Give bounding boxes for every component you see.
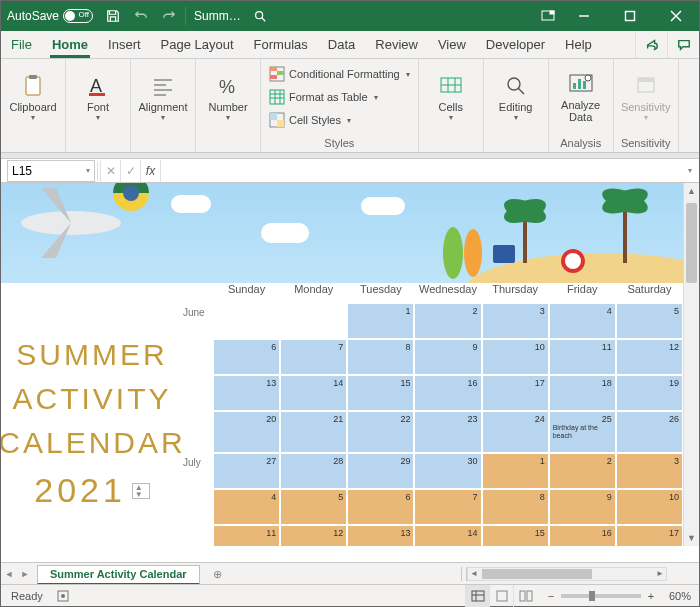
calendar-cell[interactable]: 14: [414, 525, 481, 546]
calendar-cell[interactable]: 5: [616, 303, 683, 339]
tab-review[interactable]: Review: [365, 31, 428, 58]
calendar-cell[interactable]: 6: [213, 339, 280, 375]
tab-data[interactable]: Data: [318, 31, 365, 58]
page-layout-view-button[interactable]: [489, 585, 513, 607]
macro-record-button[interactable]: [53, 589, 73, 603]
calendar-cell[interactable]: 30: [414, 453, 481, 489]
horizontal-scrollbar[interactable]: ◄►: [467, 567, 667, 581]
zoom-control[interactable]: − + 60%: [537, 590, 699, 602]
calendar-cell[interactable]: 9: [414, 339, 481, 375]
cells-button[interactable]: Cells ▾: [423, 61, 479, 133]
calendar-cell[interactable]: 7: [280, 339, 347, 375]
scrollbar-thumb[interactable]: [686, 203, 697, 283]
tab-file[interactable]: File: [1, 31, 42, 58]
redo-button[interactable]: [155, 1, 183, 31]
calendar-cell[interactable]: 10: [482, 339, 549, 375]
maximize-button[interactable]: [607, 1, 653, 31]
calendar-cell[interactable]: 6: [347, 489, 414, 525]
calendar-cell[interactable]: 8: [482, 489, 549, 525]
calendar-cell[interactable]: 21: [280, 411, 347, 453]
zoom-out-button[interactable]: −: [545, 590, 557, 602]
save-button[interactable]: [99, 1, 127, 31]
cancel-formula-button[interactable]: ✕: [100, 160, 120, 182]
sheet-nav-prev[interactable]: ◄: [1, 563, 17, 585]
calendar-cell[interactable]: 4: [213, 489, 280, 525]
calendar-cell[interactable]: 7: [414, 489, 481, 525]
calendar-cell[interactable]: 26: [616, 411, 683, 453]
calendar-cell[interactable]: 20: [213, 411, 280, 453]
calendar-cell[interactable]: 28: [280, 453, 347, 489]
calendar-cell[interactable]: 15: [347, 375, 414, 411]
share-button[interactable]: [635, 31, 667, 58]
calendar-cell[interactable]: 5: [280, 489, 347, 525]
calendar-cell[interactable]: 27: [213, 453, 280, 489]
formula-input[interactable]: [160, 160, 681, 182]
year-spinner[interactable]: 2021 ▲▼: [34, 471, 150, 510]
alignment-button[interactable]: Alignment ▾: [135, 61, 191, 133]
zoom-level[interactable]: 60%: [661, 590, 691, 602]
calendar-cell[interactable]: [213, 303, 280, 339]
calendar-cell[interactable]: 4: [549, 303, 616, 339]
clipboard-button[interactable]: Clipboard ▾: [5, 61, 61, 133]
calendar-cell[interactable]: 29: [347, 453, 414, 489]
tab-home[interactable]: Home: [42, 31, 98, 58]
calendar-cell[interactable]: 15: [482, 525, 549, 546]
new-sheet-button[interactable]: ⊕: [206, 565, 230, 585]
calendar-cell[interactable]: 3: [482, 303, 549, 339]
zoom-in-button[interactable]: +: [645, 590, 657, 602]
calendar-cell[interactable]: 17: [482, 375, 549, 411]
calendar-cell[interactable]: 12: [280, 525, 347, 546]
tab-view[interactable]: View: [428, 31, 476, 58]
ribbon-display-options-button[interactable]: [535, 1, 561, 31]
calendar-cell[interactable]: 16: [549, 525, 616, 546]
analyze-data-button[interactable]: Analyze Data: [553, 61, 609, 133]
expand-formula-bar-button[interactable]: ▾: [681, 166, 699, 175]
tab-insert[interactable]: Insert: [98, 31, 151, 58]
calendar-cell[interactable]: 19: [616, 375, 683, 411]
comments-button[interactable]: [667, 31, 699, 58]
calendar-cell[interactable]: 18: [549, 375, 616, 411]
calendar-cell[interactable]: 1: [347, 303, 414, 339]
vertical-scrollbar[interactable]: ▲ ▼: [683, 183, 699, 546]
tab-developer[interactable]: Developer: [476, 31, 555, 58]
enter-formula-button[interactable]: ✓: [120, 160, 140, 182]
calendar-cell[interactable]: 22: [347, 411, 414, 453]
page-break-view-button[interactable]: [513, 585, 537, 607]
search-button[interactable]: [247, 1, 273, 31]
font-button[interactable]: A Font ▾: [70, 61, 126, 133]
normal-view-button[interactable]: [465, 585, 489, 607]
tab-formulas[interactable]: Formulas: [244, 31, 318, 58]
calendar-cell[interactable]: 2: [414, 303, 481, 339]
insert-function-button[interactable]: fx: [140, 160, 160, 182]
cell-styles-button[interactable]: Cell Styles▾: [265, 109, 355, 131]
calendar-cell[interactable]: 13: [213, 375, 280, 411]
calendar-cell[interactable]: 1: [482, 453, 549, 489]
calendar-cell[interactable]: 2: [549, 453, 616, 489]
format-as-table-button[interactable]: Format as Table▾: [265, 86, 382, 108]
calendar-cell[interactable]: 14: [280, 375, 347, 411]
calendar-cell[interactable]: 25Birthday at the beach: [549, 411, 616, 453]
sheet-nav-next[interactable]: ►: [17, 563, 33, 585]
sheet-tab-active[interactable]: Summer Activity Calendar: [37, 565, 200, 585]
minimize-button[interactable]: [561, 1, 607, 31]
undo-button[interactable]: [127, 1, 155, 31]
conditional-formatting-button[interactable]: Conditional Formatting▾: [265, 63, 414, 85]
autosave-toggle[interactable]: AutoSave Off: [1, 9, 99, 23]
close-button[interactable]: [653, 1, 699, 31]
calendar-cell[interactable]: 13: [347, 525, 414, 546]
editing-button[interactable]: Editing ▾: [488, 61, 544, 133]
calendar-cell[interactable]: 12: [616, 339, 683, 375]
calendar-cell[interactable]: 11: [549, 339, 616, 375]
zoom-slider[interactable]: [561, 594, 641, 598]
tab-help[interactable]: Help: [555, 31, 602, 58]
calendar-cell[interactable]: 10: [616, 489, 683, 525]
calendar-cell[interactable]: [280, 303, 347, 339]
number-button[interactable]: % Number ▾: [200, 61, 256, 133]
tab-page-layout[interactable]: Page Layout: [151, 31, 244, 58]
calendar-cell[interactable]: 3: [616, 453, 683, 489]
calendar-cell[interactable]: 23: [414, 411, 481, 453]
calendar-cell[interactable]: 24: [482, 411, 549, 453]
calendar-cell[interactable]: 8: [347, 339, 414, 375]
calendar-cell[interactable]: 16: [414, 375, 481, 411]
name-box[interactable]: L15 ▾: [7, 160, 95, 182]
